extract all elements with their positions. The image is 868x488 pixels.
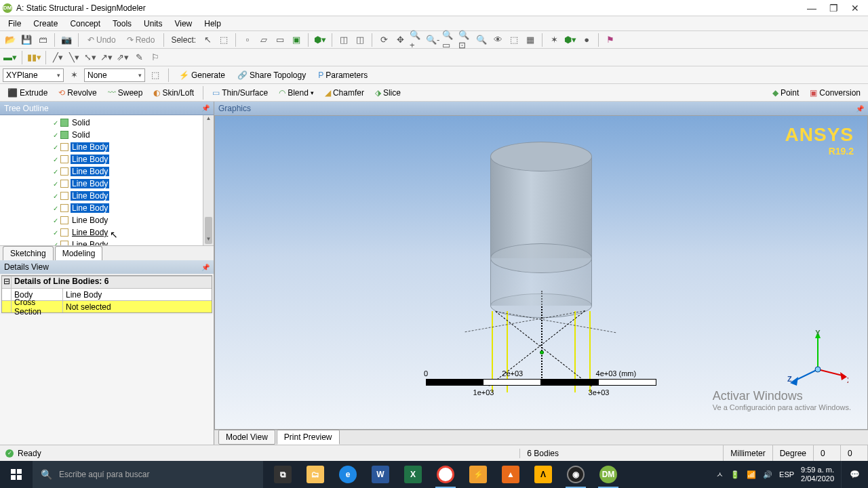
save-icon[interactable]: 💾 [19, 33, 34, 47]
close-button[interactable]: ✕ [850, 3, 860, 13]
zoom-out-icon[interactable]: 🔍- [425, 33, 440, 47]
tab-modeling[interactable]: Modeling [55, 246, 103, 260]
app-edge[interactable]: e [332, 461, 363, 488]
line4-icon[interactable]: ↗▾ [99, 50, 114, 65]
revolve-button[interactable]: ⟲Revolve [54, 86, 101, 100]
details-row-1[interactable]: Cross SectionNot selected [2, 300, 212, 312]
tree-item-10[interactable]: ✓Line Body [0, 239, 203, 245]
tree-item-8[interactable]: ✓Line Body [0, 214, 203, 226]
tree-item-5[interactable]: ✓Line Body [0, 178, 203, 190]
rect-icon[interactable]: ▬▾ [3, 50, 18, 65]
chamfer-button[interactable]: ◢Chamfer [320, 86, 369, 100]
tree-scrollbar[interactable]: ▲ ▼ [203, 115, 214, 245]
plane-icon[interactable]: ✶ [547, 33, 561, 47]
magnify-icon[interactable]: 🔍 [474, 33, 489, 47]
line5-icon[interactable]: ⇗▾ [115, 50, 130, 65]
scroll-up-icon[interactable]: ▲ [203, 115, 214, 125]
select-new-icon[interactable]: ⬚ [216, 33, 231, 47]
tree-item-7[interactable]: ✓Line Body [0, 202, 203, 214]
flag2-icon[interactable]: ⚐ [148, 50, 163, 65]
system-tray[interactable]: ㅅ 🔋 📶 🔊 ESP 9:59 a. m. 2/04/2020 [709, 466, 841, 483]
pin-icon[interactable]: 📌 [201, 104, 210, 112]
plane-combo[interactable]: XYPlane [3, 68, 64, 82]
tray-battery-icon[interactable]: 🔋 [730, 470, 740, 479]
menu-tools[interactable]: Tools [107, 18, 137, 30]
plane-new-icon[interactable]: ✶ [66, 68, 81, 83]
tray-wifi-icon[interactable]: 📶 [747, 470, 756, 479]
zoom-box-icon[interactable]: 🔍▭ [441, 33, 456, 47]
camera-icon[interactable]: 📷 [59, 33, 74, 47]
tab-model-view[interactable]: Model View [218, 430, 275, 445]
redo-button[interactable]: ↷Redo [122, 33, 160, 47]
app-ansys2[interactable]: Λ [528, 461, 559, 488]
app-word[interactable]: W [365, 461, 396, 488]
tree-list[interactable]: ✓Solid✓Solid✓Line Body✓Line Body✓Line Bo… [0, 115, 203, 245]
scroll-down-icon[interactable]: ▼ [203, 236, 214, 245]
rotate-icon[interactable]: ⟳ [376, 33, 391, 47]
undo-button[interactable]: ↶Undo [83, 33, 121, 47]
bars-icon[interactable]: ▮▮▾ [26, 50, 41, 65]
tree-item-4[interactable]: ✓Line Body [0, 165, 203, 178]
line2-icon[interactable]: ╲▾ [66, 50, 81, 65]
conversion-button[interactable]: ▣Conversion [805, 86, 865, 100]
start-button[interactable] [0, 461, 33, 488]
menu-units[interactable]: Units [138, 18, 167, 30]
menu-concept[interactable]: Concept [64, 18, 106, 30]
blend-button[interactable]: ◠Blend▾ [274, 86, 319, 100]
extrude-button[interactable]: ⬛Extrude [3, 86, 52, 100]
tree-item-6[interactable]: ✓Line Body [0, 190, 203, 202]
zoom-in-icon[interactable]: 🔍+ [409, 33, 424, 47]
share-topology-button[interactable]: 🔗Share Topology [233, 68, 311, 82]
filter-body-icon[interactable]: ▣ [289, 33, 304, 47]
iso-icon[interactable]: ⬚ [507, 33, 521, 47]
menu-file[interactable]: File [3, 18, 26, 30]
line1-icon[interactable]: ╱▾ [50, 50, 65, 65]
point-button[interactable]: ◆Point [768, 86, 804, 100]
sketch-combo[interactable]: None [84, 68, 145, 82]
app-explorer[interactable]: 🗂 [300, 461, 331, 488]
extend2-icon[interactable]: ◫ [353, 33, 368, 47]
filter-edge-icon[interactable]: ▱ [256, 33, 271, 47]
select-cursor-icon[interactable]: ↖ [200, 33, 215, 47]
extend-icon[interactable]: ◫ [336, 33, 351, 47]
tree-item-1[interactable]: ✓Solid [0, 129, 203, 141]
pan-icon[interactable]: ✥ [393, 33, 408, 47]
tray-volume-icon[interactable]: 🔊 [763, 470, 772, 479]
app-ansys[interactable]: ⚡ [462, 461, 494, 488]
line3-icon[interactable]: ⤡▾ [83, 50, 98, 65]
app-excel[interactable]: X [397, 461, 429, 488]
tray-overflow-icon[interactable]: ㅅ [716, 470, 724, 480]
slice-button[interactable]: ⬗Slice [370, 86, 406, 100]
tray-language[interactable]: ESP [779, 470, 794, 479]
pencil-icon[interactable]: ✎ [132, 50, 146, 65]
dot-icon[interactable]: ● [579, 33, 594, 47]
tree-item-3[interactable]: ✓Line Body [0, 153, 203, 165]
app-obs[interactable]: ◉ [560, 461, 591, 488]
app-chrome[interactable] [430, 461, 461, 488]
pin-icon[interactable]: 📌 [856, 105, 864, 113]
flag-icon[interactable]: ⚑ [603, 33, 618, 47]
tree-item-2[interactable]: ✓Line Body [0, 141, 203, 153]
menu-create[interactable]: Create [28, 18, 63, 30]
notifications-button[interactable]: 💬 [841, 461, 868, 488]
collapse-icon[interactable]: ⊟ [2, 277, 12, 288]
display-icon[interactable]: ⬢▾ [563, 33, 578, 47]
task-view-button[interactable]: ⧉ [267, 461, 298, 488]
app-designmodeler[interactable]: DM [593, 461, 624, 488]
menu-view[interactable]: View [169, 18, 197, 30]
box-select-icon[interactable]: ⬢▾ [313, 33, 328, 47]
look-at-icon[interactable]: 👁 [490, 33, 505, 47]
filter-point-icon[interactable]: ▫ [240, 33, 255, 47]
menu-help[interactable]: Help [199, 18, 226, 30]
tray-clock[interactable]: 9:59 a. m. 2/04/2020 [801, 466, 834, 483]
open-icon[interactable]: 📂 [3, 33, 18, 47]
app-matlab[interactable]: ▲ [495, 461, 526, 488]
thin-surface-button[interactable]: ▭Thin/Surface [208, 86, 273, 100]
skinloft-button[interactable]: ◐Skin/Loft [149, 86, 199, 100]
pin-icon[interactable]: 📌 [201, 264, 210, 271]
maximize-button[interactable]: ❐ [829, 3, 838, 13]
taskbar-search[interactable]: 🔍 Escribe aquí para buscar [33, 461, 263, 488]
parameters-button[interactable]: PParameters [313, 68, 372, 82]
view-icon[interactable]: ▦ [523, 33, 538, 47]
zoom-fit-icon[interactable]: 🔍⊡ [458, 33, 473, 47]
